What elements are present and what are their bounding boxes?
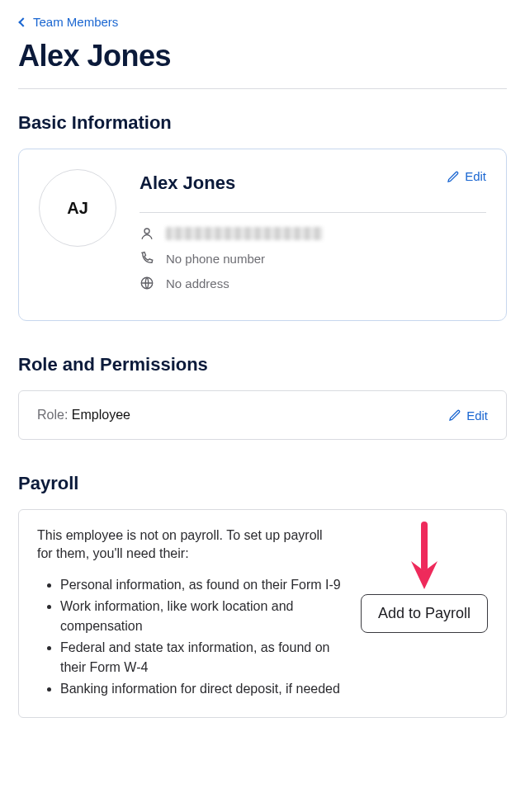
breadcrumb-label: Team Members — [33, 15, 118, 29]
section-title-role: Role and Permissions — [18, 354, 507, 375]
phone-icon — [140, 251, 154, 266]
payroll-card: This employee is not on payroll. To set … — [18, 509, 507, 718]
avatar: AJ — [39, 169, 116, 247]
page-title: Alex Jones — [18, 39, 507, 73]
pencil-icon — [448, 408, 461, 422]
list-item: Work information, like work location and… — [60, 597, 341, 636]
info-line-address: No address — [140, 276, 486, 290]
info-line-identity — [140, 226, 486, 241]
globe-icon — [140, 276, 154, 290]
redacted-text — [166, 227, 323, 240]
section-title-basic: Basic Information — [18, 112, 507, 134]
person-icon — [140, 226, 154, 241]
divider — [140, 212, 486, 213]
info-line-phone: No phone number — [140, 251, 486, 266]
role-label: Role: — [37, 408, 68, 422]
add-to-payroll-button[interactable]: Add to Payroll — [361, 594, 488, 633]
arrow-annotation-icon — [406, 520, 442, 594]
list-item: Banking information for direct deposit, … — [60, 679, 341, 699]
pencil-icon — [447, 170, 460, 183]
basic-info-card: AJ Alex Jones Edit No phone number — [18, 149, 507, 321]
role-value: Employee — [72, 408, 130, 422]
person-name: Alex Jones — [140, 172, 235, 194]
edit-label: Edit — [465, 169, 486, 183]
edit-role-button[interactable]: Edit — [448, 408, 488, 423]
edit-basic-button[interactable]: Edit — [447, 169, 486, 183]
phone-text: No phone number — [166, 252, 265, 266]
address-text: No address — [166, 276, 229, 290]
role-card: Role: Employee Edit — [18, 390, 507, 440]
divider — [18, 88, 507, 89]
svg-point-0 — [144, 229, 149, 234]
avatar-initials: AJ — [67, 199, 88, 218]
chevron-left-icon — [18, 17, 27, 26]
breadcrumb-back[interactable]: Team Members — [18, 10, 120, 34]
list-item: Federal and state tax information, as fo… — [60, 638, 341, 677]
payroll-intro: This employee is not on payroll. To set … — [37, 526, 341, 564]
list-item: Personal information, as found on their … — [60, 575, 341, 595]
payroll-requirements-list: Personal information, as found on their … — [37, 575, 341, 699]
section-title-payroll: Payroll — [18, 473, 507, 494]
edit-label: Edit — [466, 408, 488, 423]
